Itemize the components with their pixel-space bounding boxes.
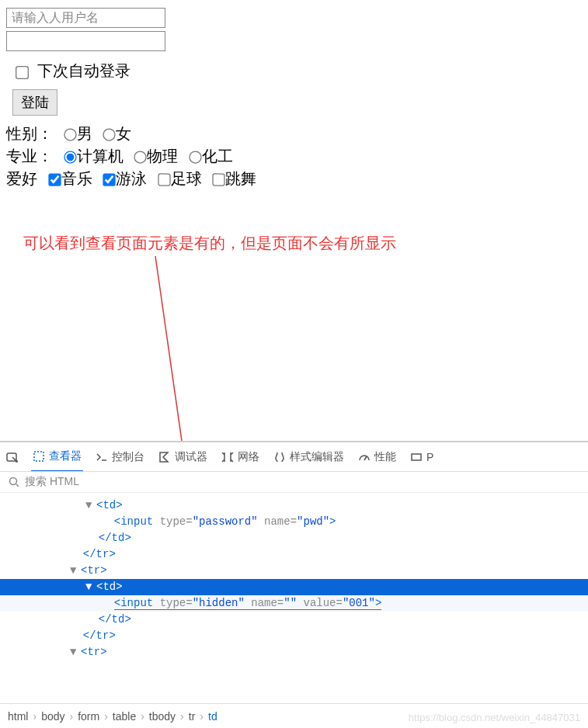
crumb-tbody[interactable]: tbody — [149, 710, 176, 723]
hobby-row: 爱好 音乐 游泳 足球 跳舞 — [6, 168, 582, 189]
dom-line[interactable]: </td> — [0, 612, 588, 628]
major-row: 专业： 计算机 物理 化工 — [6, 146, 582, 167]
major-phys-radio[interactable] — [134, 151, 147, 164]
dom-line[interactable]: ▼<tr> — [0, 644, 588, 660]
crumb-table[interactable]: table — [113, 710, 136, 723]
style-icon — [273, 451, 286, 463]
devtools-panel: 查看器 控制台 调试器 网络 样式编辑器 性能 P 搜索 HTML — [0, 441, 588, 728]
tab-perf[interactable]: 性能 — [357, 450, 398, 464]
svg-rect-2 — [34, 452, 43, 461]
console-icon — [96, 451, 108, 463]
dom-line[interactable]: </tr> — [0, 628, 588, 644]
dom-tree[interactable]: ▼<td> <input type="password" name="pwd">… — [0, 493, 588, 695]
gender-row: 性别： 男 女 — [6, 123, 582, 144]
dom-line[interactable]: </tr> — [0, 546, 588, 563]
svg-rect-3 — [412, 454, 421, 460]
crumb-td[interactable]: td — [208, 710, 217, 723]
dom-line[interactable]: ▼<tr> — [0, 563, 588, 579]
picker-icon — [6, 451, 19, 463]
tab-console[interactable]: 控制台 — [94, 450, 146, 464]
auto-login-checkbox[interactable] — [16, 66, 29, 79]
crumb-body[interactable]: body — [41, 710, 64, 723]
devtools-tabs: 查看器 控制台 调试器 网络 样式编辑器 性能 P — [0, 442, 588, 472]
crumb-form[interactable]: form — [78, 710, 99, 723]
auto-login-label: 下次自动登录 — [37, 62, 130, 79]
tab-inspector[interactable]: 查看器 — [31, 442, 83, 472]
perf-icon — [358, 451, 371, 463]
debugger-icon — [158, 451, 171, 463]
login-button[interactable]: 登陆 — [12, 89, 57, 116]
tab-style[interactable]: 样式编辑器 — [272, 450, 346, 464]
gender-female-radio[interactable] — [103, 129, 116, 141]
devtools-search[interactable]: 搜索 HTML — [0, 472, 588, 493]
tab-network[interactable]: 网络 — [220, 450, 261, 464]
network-icon — [221, 451, 234, 463]
major-cs-radio[interactable] — [64, 151, 76, 164]
search-icon — [8, 476, 20, 488]
crumb-tr[interactable]: tr — [189, 710, 196, 723]
dom-line[interactable]: <input type="hidden" name="" value="001"… — [0, 595, 588, 612]
hobby-football-checkbox[interactable] — [158, 174, 170, 186]
gender-male-radio[interactable] — [64, 129, 76, 141]
hobby-dance-checkbox[interactable] — [213, 174, 225, 186]
svg-point-4 — [10, 478, 17, 485]
more-icon — [410, 451, 423, 463]
inspector-icon — [33, 450, 45, 463]
tab-debugger[interactable]: 调试器 — [157, 450, 209, 464]
dom-line[interactable]: ▼<td> — [0, 497, 588, 514]
crumb-html[interactable]: html — [8, 710, 28, 723]
hobby-swim-checkbox[interactable] — [103, 174, 116, 186]
tab-more[interactable]: P — [409, 451, 435, 463]
username-input[interactable] — [6, 8, 165, 28]
breadcrumb: html› body› form› table› tbody› tr› td — [0, 703, 588, 728]
major-chem-radio[interactable] — [189, 151, 201, 164]
form-area: 下次自动登录 登陆 性别： 男 女 专业： 计算机 物理 化工 爱好 音乐 游泳… — [0, 0, 588, 189]
dom-line[interactable]: </td> — [0, 530, 588, 546]
svg-line-5 — [16, 484, 19, 487]
dom-line[interactable]: <input type="password" name="pwd"> — [0, 514, 588, 530]
annotation-text: 可以看到查看页面元素是有的，但是页面不会有所显示 — [23, 233, 396, 254]
password-input[interactable] — [6, 31, 165, 51]
dom-selected-line[interactable]: ▼<td> — [0, 579, 588, 595]
tab-picker[interactable] — [5, 451, 20, 463]
hobby-music-checkbox[interactable] — [48, 174, 61, 186]
